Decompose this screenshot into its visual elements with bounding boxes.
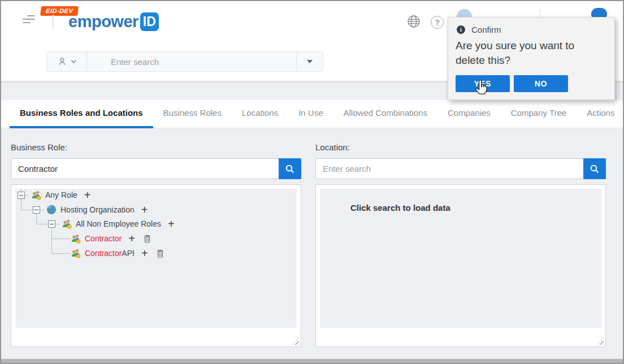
search-dropdown-toggle[interactable] xyxy=(296,52,323,71)
tree-node-hosting-organization[interactable]: Hosting Organization xyxy=(60,205,135,214)
app-window: EID-DEV empower ID ? xyxy=(0,0,624,364)
logo-text: empower xyxy=(68,12,138,31)
collapse-icon[interactable] xyxy=(18,192,25,199)
add-icon[interactable]: + xyxy=(141,204,148,215)
delete-icon[interactable] xyxy=(157,249,164,258)
caret-down-icon xyxy=(307,60,313,63)
search-scope-selector[interactable] xyxy=(47,52,87,71)
tab-actions[interactable]: Actions xyxy=(577,100,624,128)
empty-state-message: Click search to load data xyxy=(350,203,450,213)
business-role-search-button[interactable] xyxy=(279,158,301,179)
role-group-icon xyxy=(62,219,72,229)
tree-row: All Non Employee Roles + xyxy=(48,216,175,231)
tab-company-tree[interactable]: Company Tree xyxy=(501,100,577,128)
horizontal-scrollbar[interactable] xyxy=(1,359,623,363)
location-search-button[interactable] xyxy=(583,158,606,179)
search-icon xyxy=(590,164,600,174)
tree-row: Contractor + xyxy=(71,231,151,246)
logo-id-box: ID xyxy=(140,12,159,31)
business-role-label: Business Role: xyxy=(11,142,301,152)
badge-pole xyxy=(53,15,54,29)
tree-node-contractorapi[interactable]: ContractorAPI xyxy=(85,249,135,258)
add-icon[interactable]: + xyxy=(168,218,175,229)
tab-allowed-combinations[interactable]: Allowed Combinations xyxy=(333,100,437,128)
search-icon xyxy=(285,164,295,174)
tab-bar: Business Roles and Locations Business Ro… xyxy=(1,100,623,128)
collapse-icon[interactable] xyxy=(48,220,55,228)
delete-icon[interactable] xyxy=(144,235,151,243)
chevron-down-icon xyxy=(71,59,77,64)
resize-handle[interactable] xyxy=(292,338,299,345)
collapse-icon[interactable] xyxy=(33,206,40,214)
empowerid-logo[interactable]: empower ID xyxy=(68,12,159,31)
person-icon xyxy=(57,57,67,67)
tree-row: Hosting Organization + xyxy=(33,202,148,217)
add-icon[interactable]: + xyxy=(84,189,91,201)
header-divider xyxy=(540,9,540,17)
role-group-icon xyxy=(71,248,81,258)
tab-in-use[interactable]: In Use xyxy=(288,100,333,128)
global-search-bar xyxy=(46,51,323,72)
resize-handle[interactable] xyxy=(597,338,604,345)
location-tree-area: Click search to load data xyxy=(320,189,601,328)
location-panel: Location: Click search to load data xyxy=(315,142,606,347)
tree-node-all-non-employee-roles[interactable]: All Non Employee Roles xyxy=(76,219,161,228)
tree-node-contractor[interactable]: Contractor xyxy=(85,234,122,243)
business-role-search-input[interactable] xyxy=(11,158,279,179)
tree-node-any-role[interactable]: Any Role xyxy=(45,190,77,200)
business-role-panel: Business Role: xyxy=(11,142,301,347)
business-role-tree-box: Any Role + Hosting Organization + xyxy=(11,184,301,347)
tab-locations[interactable]: Locations xyxy=(232,100,288,128)
cursor-pointer-icon xyxy=(473,80,489,100)
global-search-input[interactable] xyxy=(87,52,296,71)
tab-companies[interactable]: Companies xyxy=(437,100,501,128)
add-icon[interactable]: + xyxy=(141,248,148,259)
menu-icon[interactable] xyxy=(23,15,35,24)
globe-icon[interactable] xyxy=(407,15,421,31)
no-button[interactable]: NO xyxy=(514,75,568,92)
tree-row: ContractorAPI + xyxy=(71,246,164,261)
dialog-message: Are you sure you want to delete this? xyxy=(456,38,597,68)
info-icon: i xyxy=(457,25,465,34)
role-group-icon xyxy=(31,190,41,200)
location-tree-box: Click search to load data xyxy=(315,184,606,347)
role-group-icon xyxy=(71,233,81,244)
location-search-input[interactable] xyxy=(315,158,583,179)
dialog-title: Confirm xyxy=(471,25,501,34)
tab-business-roles-and-locations[interactable]: Business Roles and Locations xyxy=(10,100,153,128)
tab-business-roles[interactable]: Business Roles xyxy=(153,100,232,128)
organization-globe-icon xyxy=(46,205,57,215)
tree-row: Any Role + xyxy=(18,188,91,202)
help-icon[interactable]: ? xyxy=(431,16,444,29)
location-label: Location: xyxy=(315,142,606,152)
add-icon[interactable]: + xyxy=(128,233,135,244)
confirm-dialog: i Confirm Are you sure you want to delet… xyxy=(448,17,615,100)
